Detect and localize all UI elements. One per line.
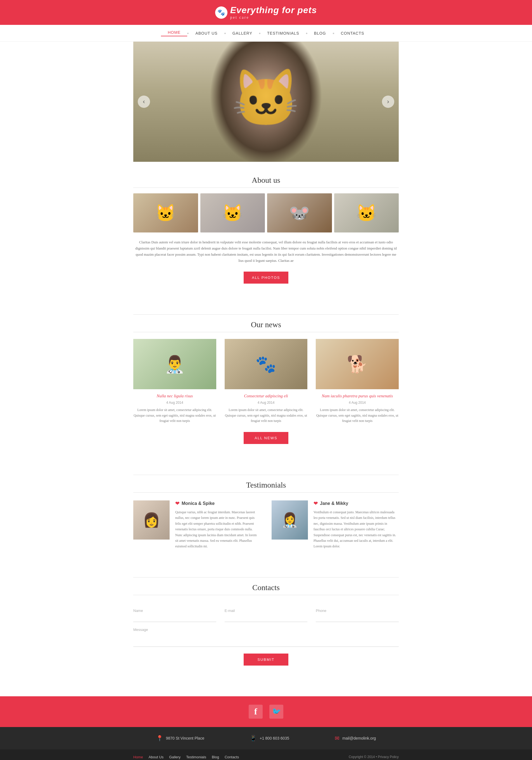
nav-link-gallery[interactable]: GALLERY xyxy=(226,31,259,35)
testimonial-content-1: ❤ Monica & Spike Quisque varius, nibh ac… xyxy=(175,500,261,549)
footer-nav-about[interactable]: About Us xyxy=(149,754,164,759)
footer-nav-link-contacts[interactable]: Contacts xyxy=(225,755,239,759)
location-icon: 📍 xyxy=(156,735,163,741)
news-title-3: Nam iaculis pharetra purus quis venenati… xyxy=(316,394,399,399)
social-icons: f 🐦 xyxy=(0,705,532,719)
logo: 🐾 Everything for pets pet care xyxy=(215,5,317,20)
news-item-3: 🐕 Nam iaculis pharetra purus quis venena… xyxy=(316,339,399,424)
testimonials-grid: 👩 ❤ Monica & Spike Quisque varius, nibh … xyxy=(133,500,399,549)
phone-field: Phone xyxy=(316,608,399,622)
nav-item-blog[interactable]: BLOG xyxy=(307,30,333,36)
nav-link-blog[interactable]: BLOG xyxy=(307,31,333,35)
testimonial-name-1: ❤ Monica & Spike xyxy=(175,500,261,506)
hero-slider: ‹ › xyxy=(133,42,399,162)
news-item-2: 🐾 Consectetur adipiscing eli 4 Aug 2014 … xyxy=(225,339,308,424)
hero-image xyxy=(133,42,399,162)
news-date-1: 4 Aug 2014 xyxy=(133,401,216,404)
news-title: Our news xyxy=(133,320,399,329)
facebook-link[interactable]: f xyxy=(249,705,263,719)
news-desc-2: Lorem ipsum dolor sit amet, consectetur … xyxy=(225,407,308,424)
slider-next-button[interactable]: › xyxy=(382,96,394,108)
testimonial-photo-1: 👩 xyxy=(133,500,169,540)
nav-item-testimonials[interactable]: TESTIMONIALS xyxy=(261,30,306,36)
email-label: E-mail xyxy=(225,608,308,613)
footer-nav-testimonials[interactable]: Testimonials xyxy=(186,754,206,759)
footer-nav-link-home[interactable]: Home xyxy=(133,755,143,759)
phone-label: Phone xyxy=(316,608,399,613)
about-photo-1: 🐱 xyxy=(133,193,198,232)
footer-nav-link-about[interactable]: About Us xyxy=(149,755,164,759)
footer-nav: Home About Us Gallery Testimonials Blog … xyxy=(133,754,239,759)
testimonial-photo-2: 👩‍⚕️ xyxy=(271,500,308,540)
contacts-section: Contacts Name E-mail Phone Message xyxy=(0,566,532,696)
footer-nav-home[interactable]: Home xyxy=(133,754,143,759)
logo-text: Everything for pets pet care xyxy=(230,5,317,20)
news-title-2: Consectetur adipiscing eli xyxy=(225,394,308,399)
name-input[interactable] xyxy=(133,614,216,622)
footer-nav-blog[interactable]: Blog xyxy=(212,754,219,759)
main-nav: HOME ABOUT US GALLERY TESTIMONIALS BLOG … xyxy=(0,25,532,42)
news-desc-3: Lorem ipsum dolor sit amet, consectetur … xyxy=(316,407,399,424)
footer-nav-contacts[interactable]: Contacts xyxy=(225,754,239,759)
news-date-2: 4 Aug 2014 xyxy=(225,401,308,404)
nav-link-testimonials[interactable]: TESTIMONIALS xyxy=(261,31,306,35)
footer-info: 📍 9870 St Vincent Place 📱 +1 800 603 603… xyxy=(0,727,532,749)
form-row-1: Name E-mail Phone xyxy=(133,608,399,622)
logo-title: Everything for pets xyxy=(230,5,317,15)
phone-input[interactable] xyxy=(316,614,399,622)
hero-cat-image xyxy=(133,42,399,162)
footer-nav-gallery[interactable]: Gallery xyxy=(169,754,180,759)
name-field: Name xyxy=(133,608,216,622)
testimonials-section: Testimonials 👩 ❤ Monica & Spike Quisque … xyxy=(0,463,532,566)
nav-link-home[interactable]: HOME xyxy=(161,30,187,36)
message-field: Message xyxy=(133,628,399,648)
all-news-button[interactable]: ALL NEWS xyxy=(244,432,288,444)
testimonial-name-text-1: Monica & Spike xyxy=(182,501,215,506)
email-input[interactable] xyxy=(225,614,308,622)
name-label: Name xyxy=(133,608,216,613)
footer-nav-link-testimonials[interactable]: Testimonials xyxy=(186,755,206,759)
news-date-3: 4 Aug 2014 xyxy=(316,401,399,404)
nav-list: HOME ABOUT US GALLERY TESTIMONIALS BLOG … xyxy=(161,30,371,36)
testimonial-content-2: ❤ Jane & Mikky Vestibulum et consequat j… xyxy=(314,500,399,549)
paw-icon-2: ❤ xyxy=(314,500,318,506)
footer-nav-link-blog[interactable]: Blog xyxy=(212,755,219,759)
footer-bottom: Home About Us Gallery Testimonials Blog … xyxy=(0,749,532,760)
news-photo-1: 👨‍⚕️ xyxy=(133,339,216,389)
footer-email: ✉ mail@demolink.org xyxy=(335,735,376,741)
email-field: E-mail xyxy=(225,608,308,622)
nav-item-gallery[interactable]: GALLERY xyxy=(226,30,259,36)
news-grid: 👨‍⚕️ Nulla nec ligula risus 4 Aug 2014 L… xyxy=(133,339,399,424)
nav-link-about[interactable]: ABOUT US xyxy=(189,31,224,35)
testimonial-text-2: Vestibulum et consequat justo. Maecenas … xyxy=(314,509,399,549)
logo-icon: 🐾 xyxy=(215,6,227,19)
twitter-link[interactable]: 🐦 xyxy=(269,705,283,719)
footer-info-inner: 📍 9870 St Vincent Place 📱 +1 800 603 603… xyxy=(133,735,399,741)
contacts-form: Name E-mail Phone Message SUBMIT xyxy=(133,603,399,688)
logo-tagline: pet care xyxy=(230,15,249,20)
footer-address: 📍 9870 St Vincent Place xyxy=(156,735,205,741)
testimonials-title: Testimonials xyxy=(133,481,399,490)
message-textarea[interactable] xyxy=(133,633,399,647)
testimonial-name-2: ❤ Jane & Mikky xyxy=(314,500,399,506)
twitter-icon: 🐦 xyxy=(272,707,281,716)
news-desc-1: Lorem ipsum dolor sit amet, consectetur … xyxy=(133,407,216,424)
testimonial-name-text-2: Jane & Mikky xyxy=(320,501,348,506)
nav-item-about[interactable]: ABOUT US xyxy=(189,30,224,36)
nav-item-contacts[interactable]: CONTACTS xyxy=(334,30,371,36)
nav-link-contacts[interactable]: CONTACTS xyxy=(334,31,371,35)
footer-bottom-inner: Home About Us Gallery Testimonials Blog … xyxy=(133,754,399,759)
news-photo-2: 🐾 xyxy=(225,339,308,389)
submit-button[interactable]: SUBMIT xyxy=(244,653,288,666)
about-photo-4: 🐱 xyxy=(334,193,399,232)
copyright-text: Copyright © 2014 • Privacy Policy xyxy=(349,755,399,759)
nav-item-home[interactable]: HOME xyxy=(161,30,187,36)
about-description: Claritas Duis autem vel eum iriure dolor… xyxy=(133,239,399,264)
news-item-1: 👨‍⚕️ Nulla nec ligula risus 4 Aug 2014 L… xyxy=(133,339,216,424)
all-photos-button[interactable]: ALL PHOTOS xyxy=(244,271,288,284)
paw-icon-1: ❤ xyxy=(175,500,179,506)
slider-prev-button[interactable]: ‹ xyxy=(138,96,150,108)
footer-nav-link-gallery[interactable]: Gallery xyxy=(169,755,180,759)
about-photo-3: 🐭 xyxy=(267,193,332,232)
testimonial-1: 👩 ❤ Monica & Spike Quisque varius, nibh … xyxy=(133,500,261,549)
